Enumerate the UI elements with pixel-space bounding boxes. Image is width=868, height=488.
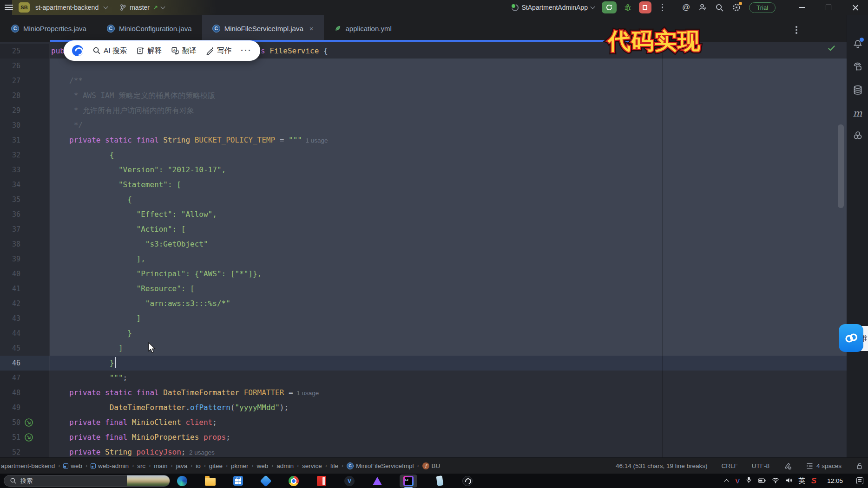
- database-icon[interactable]: [852, 85, 863, 98]
- line-number[interactable]: 30: [0, 118, 20, 133]
- line-number[interactable]: 47: [0, 371, 20, 385]
- caret-position-widget[interactable]: 46:14 (531 chars, 19 line breaks): [616, 462, 707, 469]
- code-line-41[interactable]: 41 "Resource": [: [0, 281, 847, 296]
- code-text[interactable]: private String policyJson; 2 usages: [50, 445, 847, 457]
- code-line-34[interactable]: 34 "Statement": [: [0, 177, 847, 192]
- battery-icon[interactable]: [758, 477, 766, 485]
- code-text[interactable]: """;: [50, 371, 847, 385]
- gutter[interactable]: 44: [0, 326, 50, 341]
- settings-gear-icon[interactable]: [732, 3, 741, 12]
- breadcrumb-item-java[interactable]: java: [176, 462, 187, 469]
- mentions-icon[interactable]: @: [682, 3, 690, 12]
- breadcrumb-item-apartment-backend[interactable]: apartment-backend: [1, 462, 55, 469]
- ai-write-button[interactable]: 写作: [206, 46, 231, 56]
- encoding-widget[interactable]: UTF-8: [752, 462, 769, 469]
- line-number[interactable]: 36: [0, 207, 20, 222]
- code-line-37[interactable]: 37 "Action": [: [0, 222, 847, 237]
- ai-assistant-logo-icon[interactable]: [72, 45, 83, 56]
- gutter[interactable]: 41: [0, 281, 50, 296]
- tab-minioproperties[interactable]: C MinioProperties.java: [1, 15, 97, 42]
- window-close-button[interactable]: [852, 4, 859, 11]
- file-explorer-icon[interactable]: [204, 475, 216, 487]
- intellij-idea-icon[interactable]: [400, 475, 417, 488]
- line-number[interactable]: 29: [0, 103, 20, 118]
- gpu-tray-icon[interactable]: V: [735, 477, 740, 485]
- gutter[interactable]: 33: [0, 163, 50, 177]
- code-line-46[interactable]: 46 }: [0, 356, 847, 371]
- line-number[interactable]: 49: [0, 400, 20, 415]
- chevron-down-icon[interactable]: [104, 5, 108, 9]
- line-number[interactable]: 50: [0, 415, 20, 430]
- code-line-52[interactable]: 52private String policyJson; 2 usages: [0, 445, 847, 457]
- voov-meeting-icon[interactable]: V: [344, 475, 355, 487]
- volume-icon[interactable]: [785, 477, 792, 485]
- code-line-27[interactable]: 27/**: [0, 73, 847, 88]
- vcs-widget[interactable]: master ↗: [119, 4, 164, 11]
- add-user-icon[interactable]: [698, 3, 707, 12]
- code-line-36[interactable]: 36 "Effect": "Allow",: [0, 207, 847, 222]
- close-icon[interactable]: ×: [309, 25, 314, 33]
- search-highlight-thumbnail[interactable]: [127, 475, 170, 486]
- project-name[interactable]: st-apartment-backend: [35, 4, 99, 11]
- line-number[interactable]: 42: [0, 296, 20, 311]
- gutter[interactable]: 47: [0, 371, 50, 385]
- code-text[interactable]: "Effect": "Allow",: [50, 207, 847, 222]
- code-text[interactable]: */: [50, 118, 847, 133]
- gutter[interactable]: 29: [0, 103, 50, 118]
- code-line-50[interactable]: 50private final MinioClient client;: [0, 415, 847, 430]
- line-number[interactable]: 43: [0, 311, 20, 326]
- breadcrumb-item-web-admin[interactable]: web-admin: [91, 462, 129, 469]
- taskbar-search[interactable]: 搜索: [4, 475, 170, 487]
- code-text[interactable]: ]: [50, 341, 847, 356]
- gutter[interactable]: 28: [0, 88, 50, 103]
- line-number[interactable]: 45: [0, 341, 20, 356]
- gutter[interactable]: 46: [0, 356, 50, 371]
- line-number[interactable]: 52: [0, 445, 20, 457]
- blue-app-icon[interactable]: [260, 475, 271, 487]
- code-text[interactable]: "s3:GetObject": [50, 237, 847, 252]
- indent-widget[interactable]: 4 spaces: [806, 462, 842, 470]
- line-number[interactable]: 33: [0, 163, 20, 177]
- rerun-button[interactable]: [602, 1, 617, 13]
- main-menu-icon[interactable]: [5, 5, 13, 10]
- chrome-icon[interactable]: [288, 475, 299, 487]
- gutter[interactable]: 31: [0, 133, 50, 148]
- breadcrumb-item-gitee[interactable]: gitee: [209, 462, 223, 469]
- gutter[interactable]: 39: [0, 252, 50, 267]
- gutter[interactable]: 32: [0, 148, 50, 163]
- line-number[interactable]: 27: [0, 73, 20, 88]
- obs-studio-icon[interactable]: [462, 475, 473, 487]
- gradle-knot-icon[interactable]: [852, 130, 863, 143]
- gutter[interactable]: 35: [0, 192, 50, 207]
- netdisk-widget[interactable]: 推: [838, 324, 868, 353]
- wifi-icon[interactable]: [772, 477, 779, 485]
- window-restore-button[interactable]: [826, 5, 831, 10]
- tab-miniofileserviceimpl[interactable]: C MinioFileServiceImpl.java ×: [202, 15, 324, 42]
- run-configuration-select[interactable]: StApartmentAdminApp: [512, 4, 594, 11]
- microphone-icon[interactable]: [746, 476, 752, 485]
- edge-icon[interactable]: [177, 475, 188, 487]
- notification-center-icon[interactable]: [856, 477, 863, 484]
- code-line-51[interactable]: 51private final MinioProperties props;: [0, 430, 847, 445]
- stop-button[interactable]: [639, 1, 651, 13]
- gutter[interactable]: 43: [0, 311, 50, 326]
- breadcrumb-item-miniofileserviceimpl[interactable]: CMinioFileServiceImpl: [347, 462, 414, 469]
- line-ending-widget[interactable]: CRLF: [721, 462, 737, 469]
- line-number[interactable]: 39: [0, 252, 20, 267]
- code-line-30[interactable]: 30 */: [0, 118, 847, 133]
- gutter[interactable]: 36: [0, 207, 50, 222]
- purple-app-icon[interactable]: [372, 475, 383, 487]
- code-text[interactable]: "Resource": [: [50, 281, 847, 296]
- more-actions-icon[interactable]: [662, 4, 664, 12]
- tab-options-icon[interactable]: [796, 26, 797, 34]
- ime-language-indicator[interactable]: 英: [798, 476, 805, 485]
- code-line-44[interactable]: 44 }: [0, 326, 847, 341]
- code-line-49[interactable]: 49 DateTimeFormatter.ofPattern("yyyyMMdd…: [0, 400, 847, 415]
- line-number[interactable]: 28: [0, 88, 20, 103]
- tray-expand-icon[interactable]: [724, 479, 729, 484]
- breadcrumb-item-service[interactable]: service: [302, 462, 322, 469]
- code-line-48[interactable]: 48private static final DateTimeFormatter…: [0, 385, 847, 400]
- code-text[interactable]: /**: [50, 73, 847, 88]
- code-text[interactable]: DateTimeFormatter.ofPattern("yyyyMMdd");: [50, 400, 847, 415]
- project-badge[interactable]: SB: [19, 2, 30, 13]
